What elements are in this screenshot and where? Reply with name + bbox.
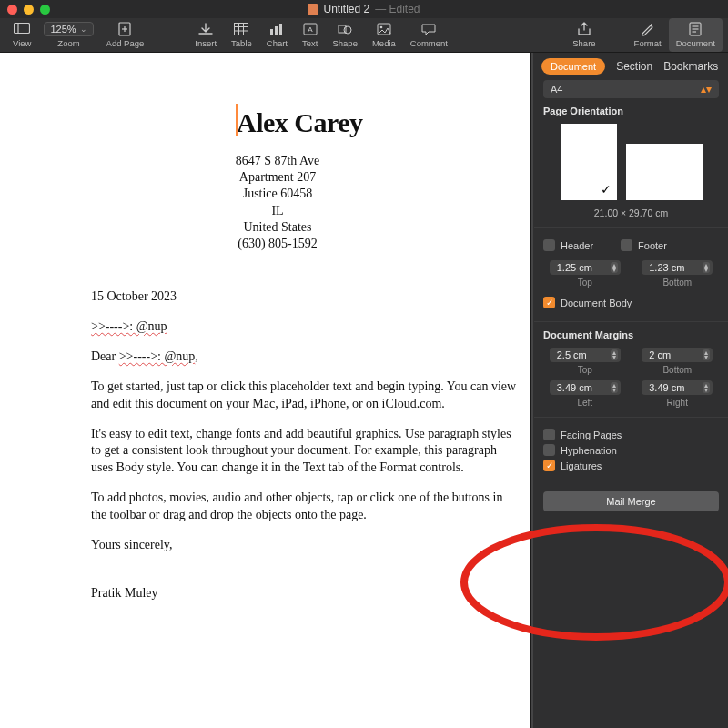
footer-checkbox[interactable]: Footer (621, 239, 667, 251)
sender-address[interactable]: 8647 S 87th Ave Apartment 207 Justice 60… (196, 153, 359, 252)
text-icon: A (303, 22, 318, 36)
facing-pages-checkbox[interactable]: Facing Pages (543, 429, 719, 440)
shape-button[interactable]: Shape (325, 18, 364, 52)
salutation[interactable]: Dear >>---->: @nup, (91, 349, 517, 366)
document-inspector-button[interactable]: Document (669, 18, 723, 52)
page-orientation-section: Page Orientation ✓ 21.00 × 29.70 cm (534, 98, 728, 228)
orientation-portrait[interactable]: ✓ (561, 124, 617, 200)
share-icon (578, 22, 591, 36)
tab-document[interactable]: Document (541, 58, 605, 75)
insert-button[interactable]: Insert (187, 18, 224, 52)
document-canvas[interactable]: Alex Carey 8647 S 87th Ave Apartment 207… (0, 53, 530, 728)
stepper-icon[interactable]: ▴▾ (611, 382, 618, 393)
content-area: Alex Carey 8647 S 87th Ave Apartment 207… (0, 53, 728, 728)
fullscreen-window-button[interactable] (40, 5, 50, 15)
checkbox-icon: ✓ (543, 460, 555, 471)
svg-rect-12 (279, 24, 282, 35)
inspector-panel: Document Section Bookmarks A4 ▴▾ Page Or… (530, 53, 728, 728)
close-window-button[interactable] (7, 5, 17, 15)
document-body-checkbox[interactable]: ✓ Document Body (543, 297, 719, 308)
checkbox-icon: ✓ (543, 297, 555, 308)
merge-field-line[interactable]: >>---->: @nup (91, 318, 517, 336)
window-titlebar: Untitled 2 — Edited (0, 0, 728, 18)
hyphenation-checkbox[interactable]: Hyphenation (543, 444, 719, 456)
inspector-scrollbar[interactable] (531, 53, 533, 728)
add-page-icon (118, 22, 131, 36)
shape-icon (338, 22, 352, 36)
paper-size-value: A4 (551, 84, 562, 95)
checkbox-icon (621, 239, 632, 251)
svg-point-19 (651, 24, 652, 25)
letter-date[interactable]: 15 October 2023 (91, 288, 517, 306)
inspector-tabs: Document Section Bookmarks (534, 53, 728, 80)
body-paragraph-1[interactable]: To get started, just tap or click this p… (91, 379, 517, 413)
toolbar: View 125% ⌄ Zoom Add Page Insert Table C… (0, 18, 728, 53)
checkbox-icon (543, 444, 555, 456)
stepper-icon[interactable]: ▴▾ (611, 349, 618, 360)
signature[interactable]: Pratik Muley (91, 585, 517, 602)
tab-section[interactable]: Section (616, 60, 652, 73)
svg-point-16 (344, 26, 351, 34)
media-button[interactable]: Media (365, 18, 403, 52)
body-paragraph-2[interactable]: It's easy to edit text, change fonts and… (91, 426, 517, 478)
svg-rect-5 (235, 24, 248, 35)
closing[interactable]: Yours sincerely, (91, 537, 517, 554)
check-icon: ✓ (601, 182, 612, 197)
minimize-window-button[interactable] (24, 5, 34, 15)
text-button[interactable]: A Text (295, 18, 325, 52)
sender-name[interactable]: Alex Carey (237, 107, 517, 138)
options-section: Facing Pages Hyphenation ✓ Ligatures (534, 418, 728, 484)
chart-button[interactable]: Chart (259, 18, 295, 52)
page: Alex Carey 8647 S 87th Ave Apartment 207… (0, 53, 530, 633)
window-edited-indicator: — Edited (375, 3, 420, 15)
header-checkbox[interactable]: Header (543, 239, 593, 251)
comment-icon (421, 22, 436, 36)
header-footer-section: Header Footer 1.25 cm ▴▾ Top 1.2 (534, 228, 728, 322)
zoom-control[interactable]: 125% ⌄ Zoom (38, 18, 98, 52)
chevron-updown-icon: ▴▾ (701, 83, 712, 96)
document-inspector-icon (689, 22, 702, 36)
stepper-icon[interactable]: ▴▾ (703, 262, 710, 273)
document-icon (308, 4, 318, 15)
stepper-icon[interactable]: ▴▾ (703, 382, 710, 393)
margin-bottom-field[interactable]: 2 cm ▴▾ (642, 348, 713, 362)
ligatures-checkbox[interactable]: ✓ Ligatures (543, 460, 719, 471)
traffic-lights (7, 5, 50, 15)
mail-merge-button[interactable]: Mail Merge (543, 491, 719, 511)
view-menu[interactable]: View (5, 18, 38, 52)
format-button[interactable]: Format (627, 18, 669, 52)
paper-size-select[interactable]: A4 ▴▾ (543, 80, 719, 98)
table-button[interactable]: Table (224, 18, 259, 52)
checkbox-icon (543, 239, 555, 251)
page-dimensions: 21.00 × 29.70 cm (543, 207, 719, 218)
chevron-down-icon: ⌄ (80, 25, 87, 34)
table-icon (234, 22, 248, 36)
stepper-icon[interactable]: ▴▾ (611, 262, 618, 273)
media-icon (377, 22, 391, 36)
page-orientation-label: Page Orientation (543, 106, 719, 116)
format-icon (641, 22, 655, 36)
svg-rect-11 (275, 26, 278, 35)
svg-rect-0 (15, 24, 30, 34)
svg-rect-10 (270, 29, 273, 35)
share-button[interactable]: Share (565, 18, 602, 52)
text-cursor (236, 104, 238, 136)
comment-button[interactable]: Comment (403, 18, 455, 52)
svg-point-18 (380, 26, 383, 29)
window-title: Untitled 2 (323, 3, 369, 15)
zoom-value: 125% (50, 24, 76, 35)
margin-right-field[interactable]: 3.49 cm ▴▾ (642, 380, 713, 395)
insert-icon (198, 22, 213, 36)
stepper-icon[interactable]: ▴▾ (703, 349, 710, 360)
body-paragraph-3[interactable]: To add photos, movies, audio and other o… (91, 490, 517, 524)
chart-icon (269, 22, 284, 36)
tab-bookmarks[interactable]: Bookmarks (663, 60, 718, 73)
add-page-button[interactable]: Add Page (99, 18, 152, 52)
orientation-landscape[interactable] (626, 144, 703, 200)
footer-margin-field[interactable]: 1.23 cm ▴▾ (642, 260, 713, 275)
margin-left-field[interactable]: 3.49 cm ▴▾ (550, 380, 621, 395)
margin-top-field[interactable]: 2.5 cm ▴▾ (550, 348, 621, 362)
view-icon (14, 22, 30, 36)
document-margins-section: Document Margins 2.5 cm ▴▾ Top 2 cm ▴▾ B… (534, 322, 728, 418)
header-margin-field[interactable]: 1.25 cm ▴▾ (550, 260, 621, 275)
